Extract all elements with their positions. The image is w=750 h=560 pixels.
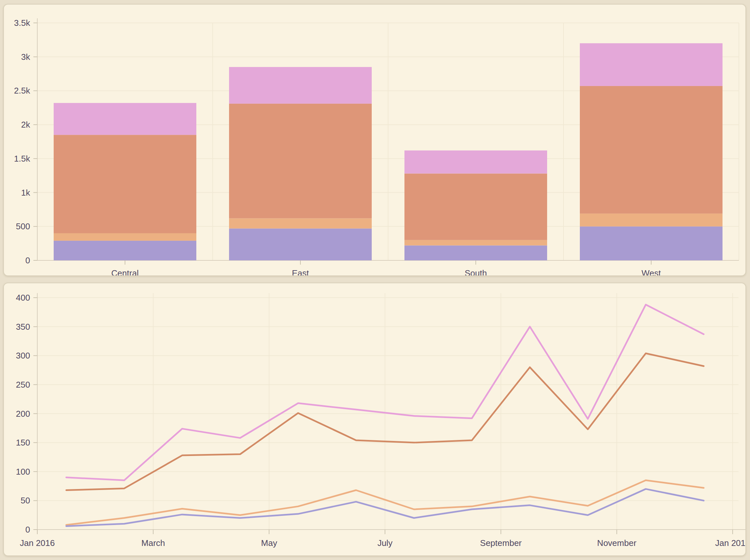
y-axis-tick-label: 400 <box>16 293 30 303</box>
x-axis-category-label: Central <box>111 268 139 275</box>
x-axis-category-label: West <box>642 268 661 275</box>
stacked-bar-chart[interactable]: 05001k1.5k2k2.5k3k3.5kCentralEastSouthWe… <box>4 5 745 275</box>
y-axis-tick-label: 0 <box>25 525 30 535</box>
stacked-bar-chart-panel: 05001k1.5k2k2.5k3k3.5kCentralEastSouthWe… <box>3 4 746 276</box>
line-chart[interactable]: 050100150200250300350400Jan 2016MarchMay… <box>4 283 745 555</box>
bar-segment-salmon-south[interactable] <box>404 173 547 240</box>
bar-segment-pink-central[interactable] <box>54 103 196 135</box>
bar-segment-tan-west[interactable] <box>580 214 723 226</box>
bar-segment-pink-east[interactable] <box>229 67 372 104</box>
bar-segment-tan-east[interactable] <box>229 218 372 228</box>
bar-segment-tan-south[interactable] <box>404 240 547 246</box>
bar-segment-pink-west[interactable] <box>580 43 723 86</box>
y-axis-tick-label: 250 <box>16 380 30 389</box>
line-chart-panel: 050100150200250300350400Jan 2016MarchMay… <box>3 283 746 556</box>
x-axis-tick-label: November <box>597 538 636 548</box>
y-axis-tick-label: 500 <box>16 221 30 231</box>
y-axis-tick-label: 50 <box>21 496 30 505</box>
x-axis-tick-label: September <box>480 538 522 548</box>
bar-segment-salmon-east[interactable] <box>229 104 372 219</box>
bar-segment-salmon-west[interactable] <box>580 86 723 214</box>
y-axis-tick-label: 0 <box>25 256 30 265</box>
x-axis-category-label: East <box>292 268 309 275</box>
bar-segment-purple-south[interactable] <box>404 245 547 260</box>
y-axis-tick-label: 350 <box>16 322 30 332</box>
y-axis-tick-label: 3.5k <box>14 18 31 28</box>
x-axis-tick-label: March <box>141 538 165 548</box>
x-axis-tick-label: July <box>377 538 392 548</box>
y-axis-tick-label: 2k <box>21 120 31 129</box>
x-axis-tick-label: May <box>261 538 277 548</box>
y-axis-tick-label: 3k <box>21 52 31 62</box>
bar-segment-purple-central[interactable] <box>54 241 196 260</box>
y-axis-tick-label: 1k <box>21 188 31 198</box>
y-axis-tick-label: 300 <box>16 351 30 360</box>
bar-segment-pink-south[interactable] <box>404 151 547 174</box>
x-axis-tick-label: Jan 2016 <box>20 538 55 548</box>
y-axis-tick-label: 150 <box>16 438 30 447</box>
bar-segment-salmon-central[interactable] <box>54 135 196 233</box>
x-axis-tick-label: Jan 2017 <box>715 538 745 548</box>
y-axis-tick-label: 100 <box>16 467 30 477</box>
bar-segment-purple-west[interactable] <box>580 226 723 260</box>
bar-segment-tan-central[interactable] <box>54 233 196 241</box>
bar-segment-purple-east[interactable] <box>229 229 372 260</box>
y-axis-tick-label: 2.5k <box>14 86 31 96</box>
y-axis-tick-label: 200 <box>16 409 30 419</box>
y-axis-tick-label: 1.5k <box>14 154 31 163</box>
x-axis-category-label: South <box>465 268 487 275</box>
